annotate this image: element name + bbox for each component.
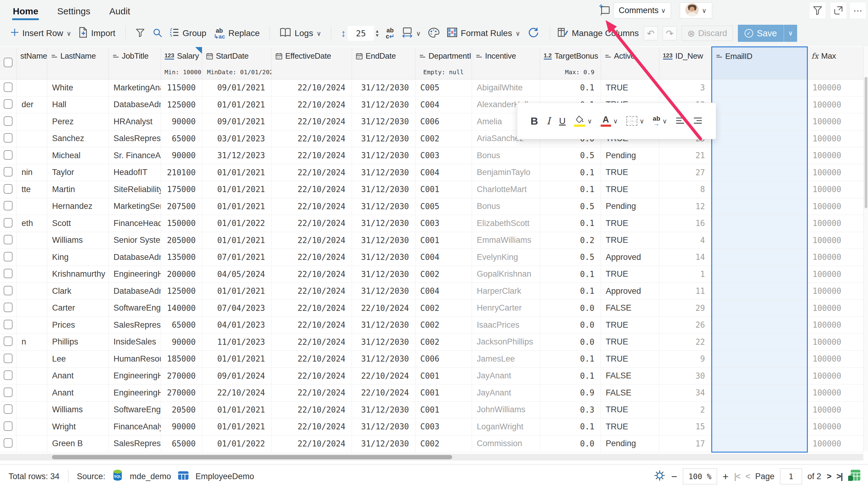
cell-job_title[interactable]: FinanceHead: [108, 215, 161, 232]
cell-email_id[interactable]: [712, 367, 807, 385]
row-select-cell[interactable]: [0, 181, 17, 198]
cell-active[interactable]: TRUE: [601, 79, 659, 97]
cell-target_bonus[interactable]: 0.1: [540, 79, 601, 97]
column-width-button[interactable]: ∨: [402, 27, 421, 40]
cell-job_title[interactable]: MarketingSer: [108, 198, 161, 215]
source-database-name[interactable]: mde_demo: [130, 472, 171, 481]
align-right-button[interactable]: [693, 117, 703, 125]
row-checkbox[interactable]: [4, 438, 12, 448]
column-header-active[interactable]: Active: [601, 47, 659, 65]
cell-max[interactable]: 100000: [807, 130, 863, 147]
cell-max[interactable]: 100000: [807, 164, 863, 181]
cell-job_title[interactable]: DatabaseAdm: [108, 283, 161, 300]
text-color-button[interactable]: A ∨: [601, 115, 618, 127]
cell-active[interactable]: Approved: [601, 283, 659, 300]
cell-end_date[interactable]: 31/12/2030: [352, 283, 415, 300]
cell-incentive[interactable]: LoganWright: [472, 418, 540, 435]
cell-target_bonus[interactable]: 0.1: [540, 283, 601, 300]
cell-incentive[interactable]: JayAnant: [472, 385, 540, 401]
row-select-cell[interactable]: [0, 367, 17, 385]
cell-department_id[interactable]: C001: [415, 401, 472, 418]
cell-active[interactable]: Pending: [601, 198, 659, 215]
cell-email_id[interactable]: [712, 164, 807, 181]
cell-target_bonus[interactable]: 0.2: [540, 232, 601, 249]
tab-audit[interactable]: Audit: [109, 6, 131, 20]
cell-last_name[interactable]: Perez: [47, 113, 108, 130]
cell-first_name[interactable]: der: [17, 96, 47, 113]
gear-icon[interactable]: [653, 469, 666, 484]
cell-salary[interactable]: 90000: [161, 418, 202, 435]
cell-incentive[interactable]: EmmaWilliams: [472, 232, 540, 249]
cell-start_date[interactable]: 01/01/2021: [202, 96, 271, 113]
row-select-cell[interactable]: [0, 385, 17, 401]
row-checkbox[interactable]: [4, 133, 12, 142]
cell-salary[interactable]: 270000: [161, 385, 202, 401]
cell-end_date[interactable]: 31/12/2030: [352, 249, 415, 266]
cell-salary[interactable]: 65000: [161, 435, 202, 452]
cell-effective_date[interactable]: 22/10/2024: [271, 266, 352, 283]
cell-department_id[interactable]: C006: [415, 351, 472, 368]
cell-effective_date[interactable]: 22/10/2024: [271, 385, 352, 401]
cell-salary[interactable]: 65000: [161, 317, 202, 334]
column-header-target_bonus[interactable]: 1.2TargetBonus: [540, 47, 601, 65]
cell-id_new[interactable]: 22: [659, 333, 712, 351]
cell-email_id[interactable]: [712, 96, 807, 113]
cell-effective_date[interactable]: 22/10/2024: [271, 130, 352, 147]
cell-start_date[interactable]: 01/01/2021: [202, 164, 271, 181]
cell-target_bonus[interactable]: 0.0: [540, 435, 601, 452]
cell-start_date[interactable]: 01/01/2021: [202, 181, 271, 198]
cell-department_id[interactable]: C001: [415, 232, 472, 249]
cell-first_name[interactable]: eth: [17, 215, 47, 232]
cell-start_date[interactable]: 07/01/2021: [202, 249, 271, 266]
cell-id_new[interactable]: 2: [659, 401, 712, 418]
cell-job_title[interactable]: MarketingAna: [108, 79, 161, 97]
cell-email_id[interactable]: [712, 113, 807, 130]
cell-last_name[interactable]: Hall: [47, 96, 108, 113]
redo-button[interactable]: ↷: [663, 26, 677, 40]
cell-end_date[interactable]: 31/12/2030: [352, 266, 415, 283]
cell-effective_date[interactable]: 22/10/2024: [271, 300, 352, 317]
cell-email_id[interactable]: [712, 266, 807, 283]
cell-job_title[interactable]: SalesReprese: [108, 130, 161, 147]
row-select-cell[interactable]: [0, 215, 17, 232]
row-select-cell[interactable]: [0, 164, 17, 181]
cell-salary[interactable]: 135000: [161, 249, 202, 266]
cell-target_bonus[interactable]: 0.1: [540, 351, 601, 368]
cell-last_name[interactable]: Anant: [47, 385, 108, 401]
cell-target_bonus[interactable]: 0.3: [540, 401, 601, 418]
cell-active[interactable]: TRUE: [601, 333, 659, 351]
cell-salary[interactable]: 90000: [161, 333, 202, 351]
row-checkbox[interactable]: [4, 235, 12, 244]
row-checkbox[interactable]: [4, 269, 12, 278]
row-select-cell[interactable]: [0, 435, 17, 452]
cell-job_title[interactable]: EngineeringH: [108, 385, 161, 401]
cell-start_date[interactable]: 09/01/2021: [202, 79, 271, 97]
cell-effective_date[interactable]: 22/10/2024: [271, 401, 352, 418]
cell-email_id[interactable]: [712, 232, 807, 249]
select-all-cell[interactable]: [0, 47, 17, 79]
column-header-job_title[interactable]: JobTitle: [108, 47, 161, 65]
cell-max[interactable]: 100000: [807, 215, 863, 232]
cell-end_date[interactable]: 22/10/2024: [352, 385, 415, 401]
cell-active[interactable]: TRUE: [601, 401, 659, 418]
cell-start_date[interactable]: 04/01/2023: [202, 317, 271, 334]
cell-id_new[interactable]: 4: [659, 232, 712, 249]
cell-last_name[interactable]: Wright: [47, 418, 108, 435]
cell-effective_date[interactable]: 22/10/2024: [271, 96, 352, 113]
cell-incentive[interactable]: GopalKrishnan: [472, 266, 540, 283]
cell-first_name[interactable]: nin: [17, 164, 47, 181]
cell-salary[interactable]: 200000: [161, 266, 202, 283]
cell-effective_date[interactable]: 22/10/2024: [271, 351, 352, 368]
row-select-cell[interactable]: [0, 266, 17, 283]
cell-max[interactable]: 100000: [807, 249, 863, 266]
cell-email_id[interactable]: [712, 283, 807, 300]
cell-end_date[interactable]: 31/12/2030: [352, 164, 415, 181]
cell-last_name[interactable]: Hernandez: [47, 198, 108, 215]
cell-target_bonus[interactable]: 0.5: [540, 147, 601, 164]
row-select-cell[interactable]: [0, 232, 17, 249]
tab-home[interactable]: Home: [12, 6, 39, 20]
cell-target_bonus[interactable]: 0.1: [540, 266, 601, 283]
cell-first_name[interactable]: [17, 401, 47, 418]
row-checkbox[interactable]: [4, 336, 12, 346]
cell-incentive[interactable]: HarperClark: [472, 283, 540, 300]
